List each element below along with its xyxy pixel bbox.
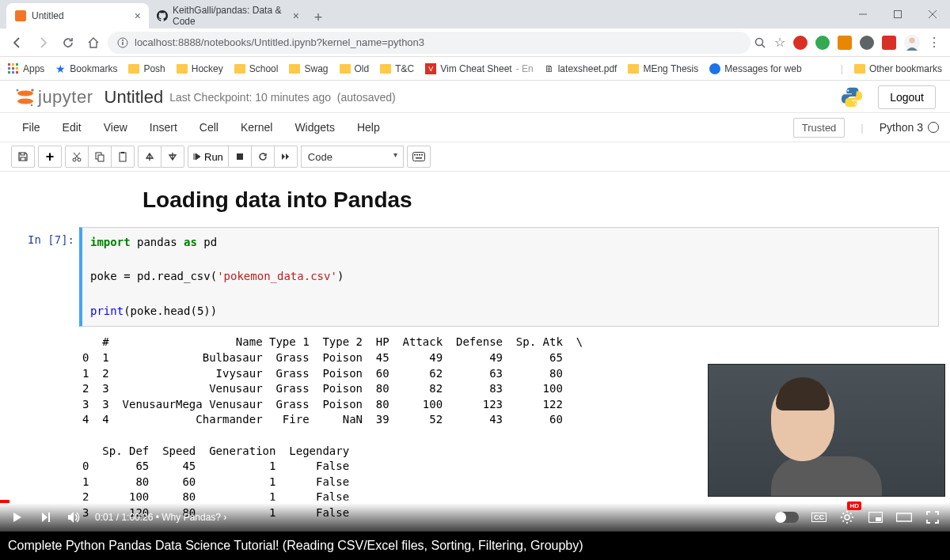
extension-icon[interactable] (882, 36, 896, 50)
menu-edit[interactable]: Edit (51, 116, 93, 138)
svg-point-26 (847, 89, 849, 91)
extension-icon[interactable] (793, 36, 808, 50)
jupyter-menubar: File Edit View Insert Cell Kernel Widget… (0, 112, 950, 142)
interrupt-button[interactable] (228, 146, 252, 168)
address-bar[interactable]: localhost:8888/notebooks/Untitled.ipynb?… (108, 32, 750, 54)
profile-avatar-icon[interactable] (904, 35, 920, 51)
tab-close-icon[interactable]: × (293, 9, 299, 22)
cut-button[interactable] (65, 146, 89, 168)
extension-icon[interactable] (838, 36, 852, 50)
theater-icon[interactable] (896, 509, 912, 525)
svg-rect-20 (16, 71, 18, 74)
nav-reload-icon[interactable] (57, 32, 79, 54)
bookmark-folder[interactable]: Swag (289, 63, 328, 74)
svg-rect-17 (16, 67, 18, 70)
logout-button[interactable]: Logout (878, 85, 936, 109)
menu-icon[interactable]: ⋮ (928, 35, 940, 50)
svg-point-28 (73, 158, 76, 161)
svg-point-6 (122, 40, 124, 41)
command-palette-button[interactable] (407, 146, 431, 168)
nav-home-icon[interactable] (82, 32, 104, 54)
add-cell-button[interactable]: + (38, 146, 62, 168)
svg-rect-45 (876, 517, 881, 521)
tab-close-icon[interactable]: × (135, 9, 141, 22)
vim-icon: V (425, 63, 436, 74)
nav-back-icon[interactable] (6, 32, 28, 54)
extension-icon[interactable] (815, 36, 830, 50)
bookmark-item[interactable]: Messages for web (709, 63, 801, 74)
miniplayer-icon[interactable] (868, 509, 884, 525)
apps-button[interactable]: Apps (8, 63, 44, 74)
svg-rect-38 (414, 154, 416, 156)
bookmark-star[interactable]: ★Bookmarks (55, 62, 117, 75)
svg-point-23 (17, 89, 19, 92)
copy-button[interactable] (88, 146, 112, 168)
svg-rect-33 (98, 155, 104, 161)
new-tab-button[interactable]: + (307, 6, 329, 28)
autoplay-toggle[interactable] (775, 512, 799, 523)
move-down-button[interactable] (161, 146, 184, 168)
markdown-heading[interactable]: Loading data into Pandas (0, 181, 950, 227)
next-icon[interactable] (38, 509, 54, 525)
folder-icon (289, 64, 300, 74)
save-button[interactable] (11, 146, 35, 168)
tab-title: KeithGalli/pandas: Data & Code (173, 5, 288, 27)
settings-icon[interactable]: HD (839, 509, 855, 525)
extension-icon[interactable] (860, 36, 874, 50)
browser-tab-active[interactable]: Untitled × (6, 3, 149, 28)
notebook-title[interactable]: Untitled (104, 87, 164, 108)
window-close-icon[interactable] (915, 2, 950, 26)
bookmark-folder[interactable]: T&C (380, 63, 414, 74)
menu-kernel[interactable]: Kernel (230, 116, 283, 138)
search-icon[interactable] (754, 36, 766, 49)
browser-tab-inactive[interactable]: KeithGalli/pandas: Data & Code × (149, 3, 307, 28)
nav-forward-icon[interactable] (32, 32, 54, 54)
menu-widgets[interactable]: Widgets (283, 116, 346, 138)
cell-type-select[interactable]: Code (301, 146, 404, 168)
bookmark-folder[interactable]: Hockey (177, 63, 223, 74)
window-controls (846, 0, 950, 28)
menu-view[interactable]: View (93, 116, 139, 138)
volume-icon[interactable] (66, 509, 82, 525)
folder-icon (234, 64, 245, 74)
captions-button[interactable]: CC (811, 513, 826, 522)
bookmark-item[interactable]: 🗎latexsheet.pdf (545, 63, 618, 74)
code-input[interactable]: import pandas as pd poke = pd.read_csv('… (79, 227, 939, 327)
svg-point-27 (855, 103, 857, 104)
bookmark-folder[interactable]: MEng Thesis (628, 63, 698, 74)
paste-button[interactable] (111, 146, 135, 168)
svg-point-25 (31, 104, 32, 106)
trusted-badge[interactable]: Trusted (793, 118, 846, 138)
input-prompt: In [7]: (11, 227, 82, 521)
restart-button[interactable] (251, 146, 275, 168)
svg-rect-13 (12, 63, 14, 66)
move-up-button[interactable] (138, 146, 162, 168)
svg-rect-40 (419, 154, 420, 156)
star-icon: ★ (55, 62, 66, 75)
svg-line-9 (762, 44, 766, 47)
run-button[interactable]: Run (188, 146, 229, 168)
svg-rect-34 (120, 153, 126, 161)
bookmark-folder[interactable]: Old (340, 63, 370, 74)
menu-help[interactable]: Help (346, 116, 391, 138)
window-minimize-icon[interactable] (846, 2, 880, 26)
kernel-indicator[interactable]: Python 3 (880, 121, 939, 134)
jupyter-logo-icon (14, 86, 36, 108)
jupyter-logo[interactable]: jupyter (14, 86, 93, 108)
restart-run-all-button[interactable] (274, 146, 298, 168)
svg-rect-42 (416, 157, 422, 159)
play-icon[interactable] (10, 509, 25, 525)
menu-insert[interactable]: Insert (139, 116, 188, 138)
site-info-icon[interactable] (117, 37, 128, 48)
chevron-right-icon[interactable]: › (223, 512, 226, 523)
menu-cell[interactable]: Cell (188, 116, 230, 138)
fullscreen-icon[interactable] (925, 509, 940, 525)
svg-point-21 (17, 91, 33, 96)
window-maximize-icon[interactable] (880, 2, 915, 26)
star-icon[interactable]: ☆ (774, 35, 785, 50)
menu-file[interactable]: File (11, 116, 51, 138)
bookmark-folder[interactable]: Posh (128, 63, 165, 74)
bookmark-folder[interactable]: School (234, 63, 279, 74)
bookmark-item[interactable]: VVim Cheat Sheet- En (425, 63, 534, 74)
other-bookmarks-button[interactable]: Other bookmarks (854, 63, 942, 74)
